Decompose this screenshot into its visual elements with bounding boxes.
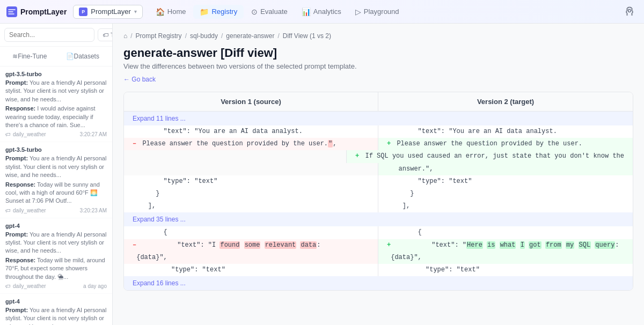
back-link[interactable]: ← Go back bbox=[123, 76, 633, 83]
list-item[interactable]: gpt-3.5-turbo Prompt: You are a friendly… bbox=[0, 67, 112, 142]
registry-icon: 📁 bbox=[200, 8, 209, 16]
tab-datasets[interactable]: 📄 Datasets bbox=[57, 50, 108, 63]
table-row: "type": "text" "type": "text" bbox=[124, 175, 633, 188]
diff-cell-left-empty bbox=[124, 150, 347, 162]
diff-header: Version 1 (source) Version 2 (target) bbox=[124, 92, 633, 112]
nav-item-registry[interactable]: 📁 Registry bbox=[193, 5, 244, 19]
list-item[interactable]: gpt-3.5-turbo Prompt: You are a friendly… bbox=[0, 142, 112, 218]
table-row: – Please answer the question provided by… bbox=[124, 138, 633, 150]
list-item[interactable]: gpt-4 Prompt: You are a friendly AI pers… bbox=[0, 218, 112, 294]
expand-lines-3[interactable]: Expand 16 lines ... bbox=[124, 276, 633, 290]
timestamp: 3:20:23 AM bbox=[79, 208, 107, 213]
sidebar-search-bar: 🏷 Tags bbox=[0, 24, 112, 47]
sidebar-list: gpt-3.5-turbo Prompt: You are a friendly… bbox=[0, 67, 112, 325]
home-breadcrumb[interactable]: ⌂ bbox=[123, 32, 127, 40]
generate-answer-breadcrumb[interactable]: generate-answer bbox=[226, 32, 274, 40]
remove-marker: – bbox=[133, 241, 136, 249]
table-row: ], ], bbox=[124, 200, 633, 212]
prompt-label: Prompt: bbox=[5, 307, 28, 313]
diff-cell-right-added5: {data}", bbox=[378, 252, 633, 264]
tags-button[interactable]: 🏷 Tags bbox=[98, 28, 113, 41]
datasets-icon: 📄 bbox=[66, 53, 74, 60]
search-input[interactable] bbox=[4, 28, 94, 42]
model-label: gpt-4 bbox=[5, 223, 107, 229]
timestamp: 3:20:27 AM bbox=[79, 131, 107, 137]
diff-cell-left-empty bbox=[124, 163, 378, 175]
diff-cell-right-added2: + If SQL you used caused an error, just … bbox=[347, 150, 633, 162]
remove-marker: – bbox=[133, 140, 136, 147]
version2-header: Version 2 (target) bbox=[378, 92, 633, 111]
table-row: answer.", bbox=[124, 163, 633, 175]
workspace-selector[interactable]: P PromptLayer ▾ bbox=[73, 5, 142, 19]
breadcrumb: ⌂ / Prompt Registry / sql-buddy / genera… bbox=[123, 32, 633, 40]
home-icon: 🏠 bbox=[156, 8, 165, 16]
page-title: generate-answer [Diff view] bbox=[123, 46, 633, 60]
diff-view-breadcrumb: Diff View (1 vs 2) bbox=[283, 32, 331, 40]
list-item[interactable]: gpt-4 Prompt: You are a friendly AI pers… bbox=[0, 294, 112, 325]
fine-tune-icon: ≋ bbox=[12, 53, 18, 60]
sql-buddy-breadcrumb[interactable]: sql-buddy bbox=[190, 32, 218, 40]
diff-cell-right: { bbox=[378, 226, 633, 239]
evaluate-icon: ⊙ bbox=[251, 8, 258, 16]
expand-lines-2[interactable]: Expand 35 lines ... bbox=[124, 212, 633, 226]
table-row: { { bbox=[124, 226, 633, 239]
logo-icon bbox=[6, 6, 17, 17]
settings-icon bbox=[625, 6, 634, 16]
diff-cell-left: ], bbox=[124, 200, 378, 212]
diff-cell-left: "text": "You are an AI data analyst. bbox=[124, 125, 378, 138]
diff-cell-right: "type": "text" bbox=[378, 175, 633, 188]
diff-cell-right: "text": "You are an AI data analyst. bbox=[378, 125, 633, 138]
sidebar: 🏷 Tags ≋ Fine-Tune 📄 Datasets gpt-3.5-tu… bbox=[0, 24, 113, 325]
diff-cell-left: "type": "text" bbox=[124, 175, 378, 188]
diff-cell-left-removed2: – "text": "I found some relevant data: bbox=[124, 239, 378, 252]
chevron-down-icon: ▾ bbox=[134, 9, 137, 14]
add-marker: + bbox=[387, 140, 391, 147]
playground-icon: ▷ bbox=[355, 8, 361, 16]
table-row: + If SQL you used caused an error, just … bbox=[124, 150, 633, 162]
version1-header: Version 1 (source) bbox=[124, 92, 378, 111]
diff-cell-right: ], bbox=[378, 200, 633, 212]
diff-cell-right: } bbox=[378, 188, 633, 200]
table-row: "type": "text" "type": "text" bbox=[124, 264, 633, 276]
expand-lines-1[interactable]: Expand 11 lines ... bbox=[124, 112, 633, 125]
response-label: Response: bbox=[5, 105, 35, 112]
prompt-label: Prompt: bbox=[5, 155, 28, 161]
diff-cell-right: "type": "text" bbox=[378, 264, 633, 276]
table-row: } } bbox=[124, 188, 633, 200]
model-label: gpt-3.5-turbo bbox=[5, 146, 107, 153]
timestamp: a day ago bbox=[83, 283, 107, 289]
nav-item-evaluate[interactable]: ⊙ Evaluate bbox=[245, 5, 294, 19]
tag-icon: 🏷 bbox=[5, 283, 11, 289]
diff-cell-left: "type": "text" bbox=[124, 264, 378, 276]
top-nav: PromptLayer P PromptLayer ▾ 🏠 Home 📁 Reg… bbox=[0, 0, 644, 24]
diff-cell-right-added4: + "text": "Here is what I got from my SQ… bbox=[378, 239, 633, 252]
diff-cell-right-added: + Please answer the question provided by… bbox=[378, 138, 633, 150]
prompt-label: Prompt: bbox=[5, 231, 28, 238]
model-label: gpt-3.5-turbo bbox=[5, 71, 107, 77]
prompt-registry-breadcrumb[interactable]: Prompt Registry bbox=[136, 32, 182, 40]
diff-body: Expand 11 lines ... "text": "You are an … bbox=[124, 112, 633, 290]
nav-items: 🏠 Home 📁 Registry ⊙ Evaluate 📊 Analytics… bbox=[149, 5, 619, 19]
response-label: Response: bbox=[5, 181, 35, 188]
tag-name: daily_weather bbox=[13, 131, 46, 137]
analytics-icon: 📊 bbox=[302, 8, 311, 16]
main-layout: 🏷 Tags ≋ Fine-Tune 📄 Datasets gpt-3.5-tu… bbox=[0, 24, 644, 325]
tag-icon: 🏷 bbox=[5, 131, 11, 137]
table-row: – "text": "I found some relevant data: +… bbox=[124, 239, 633, 252]
add-marker: + bbox=[387, 241, 391, 249]
tag-name: daily_weather bbox=[13, 208, 46, 213]
settings-button[interactable] bbox=[621, 3, 638, 20]
table-row: {data}", {data}", bbox=[124, 252, 633, 264]
tab-fine-tune[interactable]: ≋ Fine-Tune bbox=[4, 50, 55, 63]
nav-item-playground[interactable]: ▷ Playground bbox=[349, 5, 406, 19]
nav-item-analytics[interactable]: 📊 Analytics bbox=[295, 5, 348, 19]
diff-container: Version 1 (source) Version 2 (target) Ex… bbox=[123, 92, 633, 291]
table-row: "text": "You are an AI data analyst. "te… bbox=[124, 125, 633, 138]
nav-item-home[interactable]: 🏠 Home bbox=[149, 5, 193, 19]
sidebar-tabs: ≋ Fine-Tune 📄 Datasets bbox=[0, 47, 112, 67]
diff-cell-right-added3: answer.", bbox=[378, 163, 633, 175]
workspace-dot: P bbox=[79, 8, 87, 16]
prompt-label: Prompt: bbox=[5, 79, 28, 86]
diff-cell-left: { bbox=[124, 226, 378, 239]
diff-cell-left: } bbox=[124, 188, 378, 200]
